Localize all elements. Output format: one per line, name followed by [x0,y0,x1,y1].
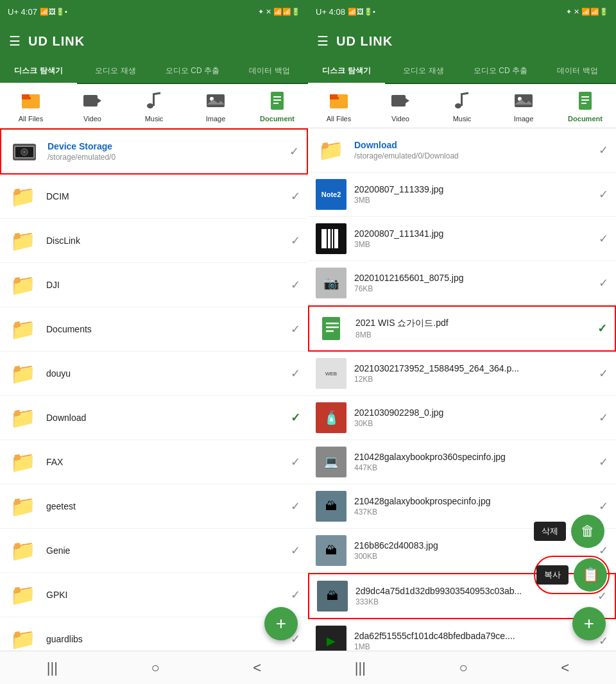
filetype-video-right[interactable]: Video [370,89,431,123]
left-status-bar: U+ 4:07 📶🖼🔋• ✦ ✕ 📶📶🔋 [0,0,308,23]
file-info: DJI [46,280,282,290]
filetype-image-right[interactable]: Image [493,89,554,123]
file-info: 2021030902298_0.jpg 30KB [354,407,590,428]
list-item[interactable]: 📁 DCIM ✓ [0,175,308,219]
list-item[interactable]: 📁 guardlibs ✓ [0,617,308,651]
allfiles-icon-right [327,89,350,112]
filetype-music-right[interactable]: Music [431,89,493,123]
device-storage-check: ✓ [281,144,299,158]
list-item[interactable]: 📁 DiscLink ✓ [0,219,308,263]
pdf-icon [317,313,348,344]
left-status-time: U+ 4:07 📶🖼🔋• [8,7,67,17]
file-name: geetest [46,501,282,511]
list-item[interactable]: 📁 Genie ✓ [0,529,308,573]
download-folder-header[interactable]: 📁 Download /storage/emulated/0/Download … [308,128,616,173]
app-title-left: UD LINK [28,34,85,49]
tab-disk-explorer-right[interactable]: 디스크 탐색기 [308,59,385,83]
check-mark: ✓ [282,543,300,558]
folder-icon: 📁 [8,579,38,610]
context-menu-area: 삭제 🗑 복사 📋 [534,515,610,594]
hamburger-menu-icon-right[interactable]: ☰ [317,33,329,49]
allfiles-icon [19,89,42,112]
filetype-allfiles-left[interactable]: All Files [0,89,62,123]
tab-audio-cd-left[interactable]: 오디오 CD 추출 [154,59,231,83]
check-mark: ✓ [590,187,608,201]
document-icon-left [266,89,289,112]
svg-rect-38 [334,229,338,248]
list-item[interactable]: 📁 Download ✓ [0,396,308,440]
recent-apps-button-left[interactable]: ||| [31,654,73,681]
svg-point-25 [455,103,461,108]
device-storage-item[interactable]: Device Storage /storage/emulated/0 ✓ [0,128,308,175]
delete-action[interactable]: 삭제 🗑 [534,515,610,548]
list-item[interactable]: 📁 DJI ✓ [0,263,308,307]
file-name: douyu [46,368,282,379]
right-app-header: ☰ UD LINK [308,23,616,59]
list-item[interactable]: 📁 douyu ✓ [0,352,308,396]
file-size: 3MB [354,196,590,205]
recent-apps-button-right[interactable]: ||| [339,654,381,681]
file-size: 76KB [354,284,590,293]
music-label-left: Music [145,115,164,123]
left-file-list: Device Storage /storage/emulated/0 ✓ 📁 D… [0,128,308,651]
tab-audio-play-right[interactable]: 오디오 재생 [385,59,462,83]
file-name: 2da62f51555cf101dc48bfedbada79ce.... [354,631,590,641]
back-button-left[interactable]: < [237,654,277,681]
svg-line-27 [461,93,468,94]
add-fab-left[interactable]: + [264,607,298,640]
svg-rect-36 [328,229,330,248]
back-button-right[interactable]: < [545,654,585,681]
copy-action[interactable]: 복사 📋 [534,556,610,594]
file-info: FAX [46,457,282,467]
svg-rect-22 [330,94,338,98]
delete-button[interactable]: 🗑 [571,515,604,548]
right-panel: U+ 4:08 📶🖼🔋• ✦ ✕ 📶📶🔋 ☰ UD LINK 디스크 탐색기 오… [308,0,616,684]
tab-audio-cd-right[interactable]: 오디오 CD 추출 [462,59,539,83]
svg-rect-37 [332,229,333,248]
filetype-document-left[interactable]: Document [246,89,308,123]
tab-data-backup-left[interactable]: 데이터 백업 [231,59,308,83]
folder-icon: 📁 [316,135,346,166]
filetype-document-right[interactable]: Document [554,89,616,123]
list-item[interactable]: 📁 geetest ✓ [0,484,308,529]
left-bottom-nav: ||| ○ < [0,651,308,684]
list-item[interactable]: ▶ 2da62f51555cf101dc48bfedbada79ce.... 1… [308,619,616,651]
tab-audio-play-left[interactable]: 오디오 재생 [77,59,154,83]
tab-disk-explorer-left[interactable]: 디스크 탐색기 [0,59,77,83]
filetype-allfiles-right[interactable]: All Files [308,89,370,123]
check-mark: ✓ [282,366,300,380]
list-item[interactable]: WEB 20210302173952_1588495_264_364.p... … [308,352,616,396]
home-button-left[interactable]: ○ [136,654,175,681]
home-button-right[interactable]: ○ [444,654,483,681]
list-item[interactable]: 🧴 2021030902298_0.jpg 30KB ✓ [308,396,616,440]
copy-button[interactable]: 📋 [574,558,607,592]
delete-label: 삭제 [534,522,566,541]
list-item[interactable]: 💻 210428galaxybookpro360specinfo.jpg 447… [308,440,616,484]
file-size: 30KB [354,419,590,428]
image-label-left: Image [206,115,226,123]
list-item[interactable]: 📁 FAX ✓ [0,440,308,484]
list-item[interactable]: 📷 20201012165601_8075.jpg 76KB ✓ [308,261,616,305]
list-item[interactable]: Note2 20200807_111339.jpg 3MB ✓ [308,173,616,217]
add-fab-right[interactable]: + [572,607,606,640]
svg-point-5 [147,103,153,108]
list-item[interactable]: 20200807_111341.jpg 3MB ✓ [308,217,616,261]
allfiles-label-left: All Files [19,115,44,123]
file-name: 20200807_111341.jpg [354,228,590,239]
tab-data-backup-right[interactable]: 데이터 백업 [539,59,616,83]
svg-line-7 [153,93,160,94]
list-item[interactable]: 📁 GPKI ✓ [0,573,308,617]
hamburger-menu-icon[interactable]: ☰ [9,33,21,49]
pdf-highlighted-item[interactable]: 2021 WIS 쇼가이드.pdf 8MB ✓ [308,305,616,352]
folder-name: Download [354,140,590,150]
file-name: 20210302173952_1588495_264_364.p... [354,363,590,373]
signal-icons-right: 📶🖼🔋• [348,8,375,16]
file-info: 20200807_111341.jpg 3MB [354,228,590,249]
list-item[interactable]: 📁 Documents ✓ [0,307,308,352]
filetype-music-left[interactable]: Music [123,89,185,123]
image-thumb: 💻 [316,447,346,477]
file-name: 2021 WIS 쇼가이드.pdf [355,318,589,329]
filetype-image-left[interactable]: Image [185,89,246,123]
file-info: 20200807_111339.jpg 3MB [354,184,590,205]
filetype-video-left[interactable]: Video [62,89,123,123]
